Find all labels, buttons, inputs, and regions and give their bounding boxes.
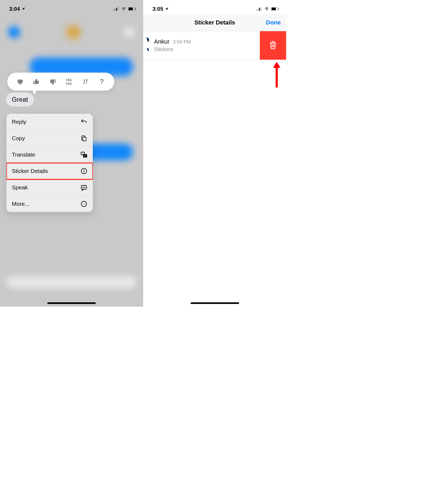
sticker-thumbnail (144, 36, 152, 55)
svg-rect-28 (272, 8, 276, 10)
exclaim-reaction[interactable]: !! (81, 77, 90, 86)
svg-rect-2 (116, 8, 117, 11)
location-icon (22, 6, 25, 12)
status-time: 3:05 (152, 6, 163, 12)
svg-rect-25 (259, 8, 260, 11)
cellular-icon (257, 6, 262, 12)
menu-translate-label: Translate (12, 151, 35, 158)
tapback-reaction-bar: HAHA !! ? (7, 73, 114, 91)
heart-reaction[interactable] (16, 77, 24, 86)
status-time: 3:04 (9, 6, 20, 12)
header-title: Sticker Details (194, 19, 235, 26)
haha-reaction[interactable]: HAHA (65, 77, 73, 86)
thumbs-down-reaction[interactable] (48, 77, 57, 86)
message-bubble[interactable]: Great (6, 93, 34, 107)
menu-more[interactable]: More... (6, 196, 93, 212)
right-screenshot: 3:05 Sticker Details Done A (143, 0, 286, 307)
svg-rect-7 (83, 137, 86, 141)
battery-icon (128, 6, 136, 12)
menu-sticker-details[interactable]: Sticker Details (6, 163, 93, 179)
svg-rect-0 (113, 9, 114, 11)
delete-button[interactable] (260, 31, 286, 60)
menu-translate[interactable]: Translate A文 (6, 147, 93, 163)
menu-sticker-details-label: Sticker Details (12, 168, 48, 174)
translate-icon: A文 (80, 151, 87, 158)
info-icon (80, 168, 87, 175)
left-screenshot: 3:04 HAHA !! ? Great Reply (0, 0, 143, 307)
reply-icon (80, 118, 87, 125)
sticker-sender-name: Ankur (154, 38, 169, 45)
svg-point-20 (83, 204, 83, 204)
speak-icon (80, 184, 87, 191)
sticker-details-header: Sticker Details Done (143, 14, 286, 31)
home-indicator[interactable] (47, 302, 96, 304)
menu-speak[interactable]: Speak (6, 179, 93, 196)
menu-more-label: More... (12, 201, 29, 207)
cellular-icon (113, 6, 119, 12)
svg-point-21 (84, 204, 84, 204)
message-text: Great (12, 96, 28, 103)
more-icon (80, 200, 87, 207)
trash-icon (268, 40, 278, 51)
menu-speak-label: Speak (12, 184, 28, 191)
thumbs-up-reaction[interactable] (32, 77, 41, 86)
menu-copy[interactable]: Copy (6, 130, 93, 147)
battery-icon (271, 6, 279, 12)
location-icon (165, 6, 169, 12)
svg-rect-26 (261, 7, 261, 11)
status-bar-left: 3:04 (0, 0, 143, 14)
svg-rect-29 (278, 8, 279, 10)
svg-rect-5 (129, 8, 133, 10)
svg-point-22 (85, 204, 86, 204)
sticker-time: 3:04 PM (173, 39, 191, 45)
svg-text:文: 文 (84, 155, 86, 157)
wifi-icon (121, 6, 126, 12)
sticker-subtitle: Stickers (154, 46, 260, 52)
sticker-info: Ankur 3:04 PM Stickers (154, 38, 260, 52)
menu-reply-label: Reply (12, 119, 26, 125)
home-indicator[interactable] (191, 302, 239, 304)
menu-copy-label: Copy (12, 135, 25, 141)
context-menu: Reply Copy Translate A文 Sticker Details … (6, 114, 93, 212)
menu-reply[interactable]: Reply (6, 114, 93, 130)
question-reaction[interactable]: ? (98, 77, 106, 86)
wifi-icon (264, 6, 269, 12)
svg-rect-6 (135, 8, 136, 10)
svg-rect-24 (258, 9, 259, 11)
status-bar-right: 3:05 (143, 0, 286, 14)
annotation-arrow (273, 62, 281, 87)
svg-point-14 (84, 170, 84, 170)
svg-rect-1 (115, 9, 116, 11)
copy-icon (80, 135, 87, 142)
done-button[interactable]: Done (266, 19, 281, 26)
sticker-row[interactable]: Ankur 3:04 PM Stickers (143, 31, 286, 60)
svg-rect-23 (257, 9, 257, 11)
svg-rect-3 (118, 7, 118, 11)
